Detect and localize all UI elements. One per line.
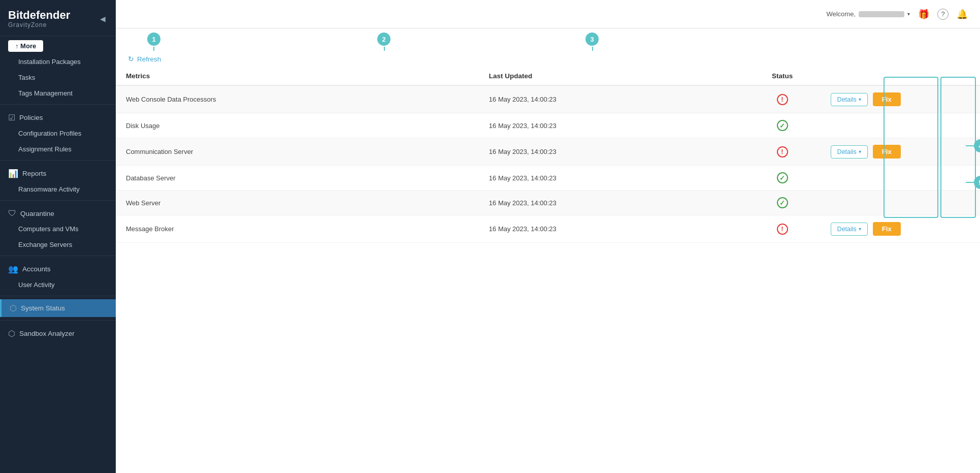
bell-icon[interactable]: 🔔 <box>957 9 968 20</box>
status-ok-icon: ✓ <box>777 172 788 183</box>
status-error-icon: ! <box>777 94 788 105</box>
top-header: Welcome, ▾ 🎁 ? 🔔 <box>116 0 980 28</box>
divider-1 <box>0 104 116 105</box>
status-error-icon: ! <box>777 224 788 235</box>
cell-actions: Details ▾Fix <box>825 138 980 166</box>
sidebar-item-system-status[interactable]: ⬡ System Status <box>0 299 116 317</box>
divider-5 <box>0 296 116 296</box>
sidebar-item-tasks[interactable]: Tasks <box>0 70 116 85</box>
brand-name: Bitdefender <box>8 9 70 21</box>
callout-bubble-1: 1 <box>147 33 160 46</box>
col-last-updated: Last Updated <box>479 67 738 85</box>
callout-line-2 <box>384 47 385 51</box>
details-button[interactable]: Details ▾ <box>831 145 868 159</box>
welcome-area: Welcome, ▾ <box>826 10 910 18</box>
cell-metric: Message Broker <box>116 215 479 243</box>
col-actions <box>825 67 980 85</box>
sidebar-item-exchange-servers[interactable]: Exchange Servers <box>0 237 116 253</box>
welcome-text: Welcome, <box>826 10 856 18</box>
cell-metric: Database Server <box>116 166 479 191</box>
cell-last-updated: 16 May 2023, 14:00:23 <box>479 191 738 215</box>
cell-last-updated: 16 May 2023, 14:00:23 <box>479 85 738 113</box>
refresh-icon: ↻ <box>128 55 134 63</box>
cell-status: ✓ <box>738 166 824 191</box>
fix-button[interactable]: Fix <box>873 222 901 236</box>
cell-metric: Disk Usage <box>116 113 479 138</box>
details-chevron: ▾ <box>859 226 861 232</box>
metrics-table: Metrics Last Updated Status Web Console … <box>116 67 980 243</box>
status-ok-icon: ✓ <box>777 197 788 208</box>
sandbox-icon: ⬡ <box>8 329 15 338</box>
system-status-icon: ⬡ <box>10 303 17 313</box>
sidebar-item-tags-management[interactable]: Tags Management <box>0 85 116 101</box>
cell-actions: Details ▾Fix <box>825 215 980 243</box>
fix-button[interactable]: Fix <box>873 92 901 106</box>
gift-icon[interactable]: 🎁 <box>918 9 929 20</box>
refresh-link[interactable]: Refresh <box>137 55 161 63</box>
sidebar-section-sandbox[interactable]: ⬡ Sandbox Analyzer <box>0 324 116 341</box>
sidebar: Bitdefender GravityZone ◀ ↑ More Install… <box>0 0 116 473</box>
sidebar-item-user-activity[interactable]: User Activity <box>0 277 116 293</box>
sidebar-section-policies[interactable]: ☑ Policies <box>0 108 116 125</box>
callout-line-1 <box>153 47 154 51</box>
sidebar-logo-area: Bitdefender GravityZone ◀ <box>0 0 116 36</box>
sidebar-section-accounts[interactable]: 👥 Accounts <box>0 259 116 277</box>
cell-actions: Details ▾Fix <box>825 85 980 113</box>
table-row: Disk Usage16 May 2023, 14:00:23✓ <box>116 113 980 138</box>
logo-text: Bitdefender GravityZone <box>8 9 70 28</box>
table-row: Web Console Data Processors16 May 2023, … <box>116 85 980 113</box>
table-row: Database Server16 May 2023, 14:00:23✓ <box>116 166 980 191</box>
sidebar-item-installation-packages[interactable]: Installation Packages <box>0 54 116 70</box>
cell-status: ! <box>738 215 824 243</box>
cell-actions <box>825 191 980 215</box>
cell-last-updated: 16 May 2023, 14:00:23 <box>479 138 738 166</box>
callout-bubble-3: 3 <box>585 33 599 46</box>
details-button[interactable]: Details ▾ <box>831 223 868 236</box>
table-body: Web Console Data Processors16 May 2023, … <box>116 85 980 243</box>
table-row: Web Server16 May 2023, 14:00:23✓ <box>116 191 980 215</box>
details-chevron: ▾ <box>859 97 861 102</box>
sidebar-item-ransomware-activity[interactable]: Ransomware Activity <box>0 181 116 197</box>
cell-actions <box>825 113 980 138</box>
sidebar-item-assignment-rules[interactable]: Assignment Rules <box>0 141 116 157</box>
cell-metric: Communication Server <box>116 138 479 166</box>
more-btn-wrap: ↑ More <box>0 36 116 54</box>
divider-4 <box>0 256 116 256</box>
cell-status: ✓ <box>738 191 824 215</box>
table-row: Communication Server16 May 2023, 14:00:2… <box>116 138 980 166</box>
sidebar-item-computers-and-vms[interactable]: Computers and VMs <box>0 221 116 237</box>
help-icon[interactable]: ? <box>937 9 949 20</box>
cell-status: ! <box>738 138 824 166</box>
sidebar-section-quarantine[interactable]: 🛡 Quarantine <box>0 204 116 221</box>
callout-row: 1 2 3 <box>116 28 980 51</box>
status-ok-icon: ✓ <box>777 120 788 131</box>
table-header: Metrics Last Updated Status <box>116 67 980 85</box>
divider-6 <box>0 320 116 321</box>
divider-3 <box>0 200 116 201</box>
callout-bubble-2: 2 <box>377 33 390 46</box>
more-button[interactable]: ↑ More <box>8 40 43 52</box>
brand-sub: GravityZone <box>8 21 70 28</box>
cell-last-updated: 16 May 2023, 14:00:23 <box>479 166 738 191</box>
accounts-icon: 👥 <box>8 264 18 274</box>
details-button[interactable]: Details ▾ <box>831 93 868 106</box>
reports-icon: 📊 <box>8 169 18 178</box>
cell-status: ! <box>738 85 824 113</box>
status-error-icon: ! <box>777 146 788 157</box>
cell-last-updated: 16 May 2023, 14:00:23 <box>479 215 738 243</box>
fix-button[interactable]: Fix <box>873 145 901 159</box>
cell-last-updated: 16 May 2023, 14:00:23 <box>479 113 738 138</box>
cell-metric: Web Server <box>116 191 479 215</box>
details-chevron: ▾ <box>859 149 861 154</box>
cell-status: ✓ <box>738 113 824 138</box>
col-status: Status <box>738 67 824 85</box>
content-area: 1 2 3 ↻ Refresh <box>116 28 980 473</box>
user-dropdown-arrow[interactable]: ▾ <box>907 11 910 17</box>
divider-2 <box>0 160 116 161</box>
sidebar-item-configuration-profiles[interactable]: Configuration Profiles <box>0 125 116 141</box>
username-placeholder <box>859 11 904 17</box>
sidebar-section-reports[interactable]: 📊 Reports <box>0 164 116 181</box>
collapse-button[interactable]: ◀ <box>98 13 108 25</box>
quarantine-icon: 🛡 <box>8 209 16 218</box>
main-content: Welcome, ▾ 🎁 ? 🔔 1 2 3 <box>116 0 980 473</box>
